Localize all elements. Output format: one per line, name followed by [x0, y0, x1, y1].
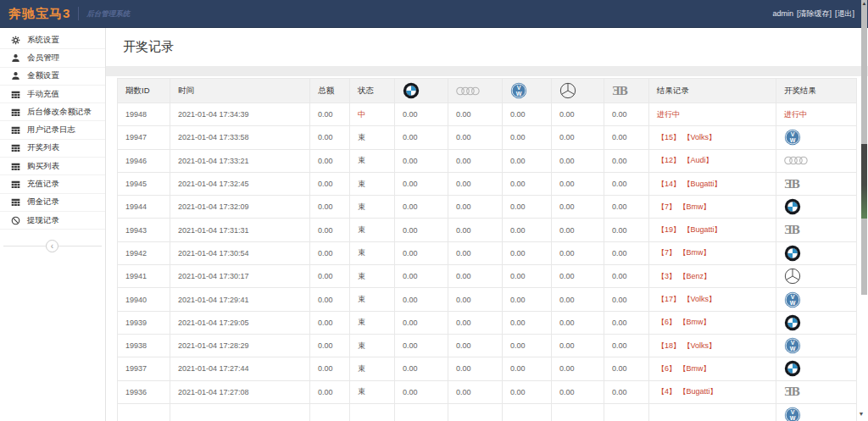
cell-bmw-amount: 0.00 — [395, 196, 448, 219]
cell-total: 0.00 — [310, 311, 350, 334]
col-header-result-record: 结果记录 — [649, 79, 776, 103]
sidebar-item-5[interactable]: 用户记录日志 — [0, 121, 105, 139]
cell-total: 0.00 — [310, 172, 350, 195]
cell-result-record: 【15】 【Volks】 — [649, 126, 776, 149]
sidebar-item-8[interactable]: 充值记录 — [0, 175, 105, 193]
cell-bugatti-amount: 0.00 — [604, 241, 649, 264]
cell-result-record: 【7】 【Bmw】 — [649, 196, 776, 219]
sidebar-item-4[interactable]: 后台修改余额记录 — [0, 103, 105, 121]
cell-benz-amount: 0.00 — [552, 311, 604, 334]
cell-vw-amount: 0.00 — [503, 311, 552, 334]
scroll-down-icon[interactable]: ▼ — [856, 409, 866, 419]
sidebar-item-label: 佣金记录 — [27, 197, 59, 208]
cell-draw-result — [776, 357, 857, 380]
cell-audi-amount: 0.00 — [448, 357, 503, 380]
cell-issue-id: 19937 — [118, 357, 170, 380]
clear-cache-link[interactable]: [清除缓存] — [797, 8, 832, 19]
cell-benz-amount: 0.00 — [552, 219, 604, 241]
svg-text:W: W — [790, 300, 796, 307]
cell-vw-amount: 0.00 — [503, 126, 552, 149]
sidebar-collapse-button[interactable]: ‹ — [46, 240, 58, 252]
scrollbar-track[interactable] — [861, 0, 867, 295]
title-divider — [106, 66, 868, 76]
cell-bmw-amount: 0.00 — [395, 334, 448, 357]
cell-total: 0.00 — [310, 334, 350, 357]
table-icon — [11, 90, 20, 99]
cell-bmw-amount: 0.00 — [395, 172, 448, 195]
audi-icon — [456, 86, 480, 97]
sidebar-item-1[interactable]: 会员管理 — [0, 49, 105, 67]
cell-time: 2021-01-04 17:32:45 — [170, 172, 310, 195]
cell-audi-amount: 0.00 — [448, 219, 503, 241]
cell-benz-amount: 0.00 — [552, 380, 604, 403]
scrollbar-thumb[interactable] — [861, 144, 867, 219]
table-body: 199482021-01-04 17:34:390.00中0.000.000.0… — [118, 103, 857, 421]
cell-status: 束 — [350, 380, 395, 403]
cell-time: 2021-01-04 17:30:17 — [170, 265, 310, 288]
cell-bugatti-amount: 0.00 — [604, 380, 649, 403]
cell-bugatti-amount: 0.00 — [604, 334, 649, 357]
main-content: 开奖记录 期数ID时间总额状态VWƎB结果记录开奖结果 199482021-01… — [106, 28, 868, 421]
sidebar-item-7[interactable]: 购买列表 — [0, 158, 105, 175]
user-icon — [11, 53, 20, 63]
cell-issue-id: 19945 — [118, 172, 170, 195]
page-title: 开奖记录 — [106, 28, 868, 66]
table-row: 199452021-01-04 17:32:450.00束0.000.000.0… — [118, 172, 857, 195]
sidebar-item-label: 开奖列表 — [27, 142, 59, 153]
sidebar-item-label: 购买列表 — [27, 161, 59, 172]
cell-audi-amount: 0.00 — [448, 126, 503, 149]
sidebar-item-label: 金额设置 — [27, 70, 59, 81]
bugatti-icon: ƎB — [612, 85, 632, 97]
col-header-total: 总额 — [310, 79, 350, 103]
col-header-issue-id: 期数ID — [118, 79, 170, 103]
cell-issue-id: 19943 — [118, 219, 170, 241]
bmw-icon — [784, 314, 801, 331]
cell-issue-id: 19948 — [118, 103, 170, 126]
table-row: 199402021-01-04 17:29:410.00束0.000.000.0… — [118, 288, 857, 311]
sidebar-item-10[interactable]: 提现记录 — [0, 212, 105, 230]
scroll-up-icon[interactable]: ▲ — [861, 1, 867, 7]
cell-status: 束 — [350, 126, 395, 149]
cell-draw-result — [776, 149, 857, 172]
cell-time: 2021-01-04 17:33:21 — [170, 149, 310, 172]
sidebar-item-3[interactable]: 手动充值 — [0, 86, 105, 103]
sidebar-item-label: 后台修改余额记录 — [27, 107, 92, 118]
cell-bugatti-amount: 0.00 — [604, 311, 649, 334]
table-header-row: 期数ID时间总额状态VWƎB结果记录开奖结果 — [118, 79, 857, 103]
logout-link[interactable]: [退出] — [835, 8, 854, 19]
app-logo: 奔驰宝马3 — [0, 6, 78, 22]
cell-issue-id: 19944 — [118, 196, 170, 219]
cell-bugatti-amount: 0.00 — [604, 172, 649, 195]
cell-bugatti-amount: 0.00 — [604, 357, 649, 380]
sidebar-item-6[interactable]: 开奖列表 — [0, 140, 105, 158]
sidebar-item-2[interactable]: 金额设置 — [0, 68, 105, 86]
cell-audi-amount: 0.00 — [448, 172, 503, 195]
cell-bmw-amount: 0.00 — [395, 288, 448, 311]
cell-bmw-amount: 0.00 — [395, 265, 448, 288]
svg-text:ƎB: ƎB — [784, 178, 799, 191]
cell-bmw-amount: 0.00 — [395, 219, 448, 241]
cell-result-record: 【6】 【Bmw】 — [649, 357, 776, 380]
cell-bmw-amount: 0.00 — [395, 126, 448, 149]
sidebar-item-0[interactable]: 系统设置 — [0, 31, 105, 49]
cell-status: 中 — [350, 103, 395, 126]
cell-status: 束 — [350, 288, 395, 311]
cell-benz-amount: 0.00 — [552, 149, 604, 172]
cell-result-record: 【19】 【Bugatti】 — [649, 219, 776, 241]
cell-draw-result: 进行中 — [776, 103, 857, 126]
col-header-draw-result: 开奖结果 — [776, 79, 857, 103]
table-row: 199472021-01-04 17:33:580.00束0.000.000.0… — [118, 126, 857, 149]
cell-result-record — [649, 403, 776, 421]
sidebar-item-label: 充值记录 — [27, 179, 59, 190]
table-row: 199392021-01-04 17:29:050.00束0.000.000.0… — [118, 311, 857, 334]
sidebar-item-9[interactable]: 佣金记录 — [0, 194, 105, 212]
cell-draw-result: ƎB — [776, 380, 857, 403]
cell-status: 束 — [350, 334, 395, 357]
cell-draw-result: VW — [776, 403, 857, 421]
svg-text:ƎB: ƎB — [612, 85, 627, 97]
cell-bmw-amount: 0.00 — [395, 311, 448, 334]
cell-audi-amount: 0.00 — [448, 196, 503, 219]
cell-bmw-amount: 0.00 — [395, 103, 448, 126]
cell-bugatti-amount: 0.00 — [604, 219, 649, 241]
cell-vw-amount: 0.00 — [503, 265, 552, 288]
